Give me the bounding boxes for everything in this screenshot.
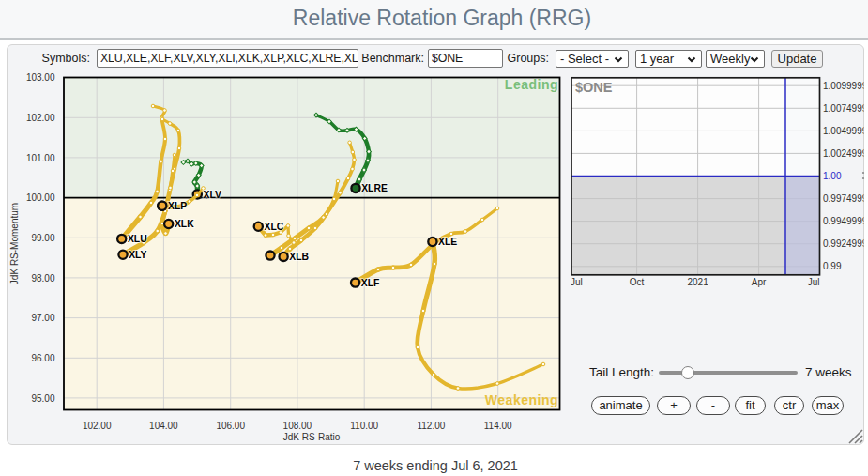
svg-text:XLE: XLE <box>438 237 457 247</box>
svg-text:106.00: 106.00 <box>216 421 245 431</box>
svg-text:2021: 2021 <box>687 277 708 287</box>
svg-text:1.0099999: 1.0099999 <box>823 81 868 91</box>
svg-text:98.00: 98.00 <box>31 273 54 284</box>
svg-text:XLY: XLY <box>129 250 146 260</box>
svg-text:XLF: XLF <box>361 278 380 288</box>
svg-text:95.00: 95.00 <box>31 393 54 404</box>
svg-text:114.00: 114.00 <box>484 421 512 431</box>
svg-text:XLRE: XLRE <box>361 183 388 193</box>
svg-text:102.00: 102.00 <box>26 113 55 123</box>
svg-text:104.00: 104.00 <box>149 421 178 431</box>
svg-text:101.00: 101.00 <box>26 153 55 163</box>
svg-text:97.00: 97.00 <box>31 313 54 323</box>
svg-text:XLP: XLP <box>168 201 187 211</box>
svg-text:1.00: 1.00 <box>823 171 842 181</box>
svg-text:1.0049999: 1.0049999 <box>823 126 868 136</box>
svg-text:0.9974999: 0.9974999 <box>823 193 868 204</box>
svg-text:99.00: 99.00 <box>31 233 54 243</box>
svg-text:1.0024999: 1.0024999 <box>823 148 868 159</box>
svg-text:XLB: XLB <box>289 252 309 262</box>
svg-text:0.99: 0.99 <box>823 261 842 271</box>
svg-text:Jul: Jul <box>808 277 820 287</box>
svg-text:110.00: 110.00 <box>350 421 378 431</box>
svg-text:103.00: 103.00 <box>26 72 55 83</box>
svg-text:$ONE: $ONE <box>575 80 613 95</box>
svg-text:0.9924999: 0.9924999 <box>823 238 868 249</box>
svg-text:108.00: 108.00 <box>283 421 312 431</box>
svg-text:0.9949999: 0.9949999 <box>823 216 868 226</box>
svg-text:XLC: XLC <box>265 222 284 232</box>
svg-text:100.00: 100.00 <box>26 192 55 203</box>
svg-text:102.00: 102.00 <box>83 421 112 431</box>
svg-text:Leading: Leading <box>505 77 558 92</box>
svg-text:96.00: 96.00 <box>31 353 54 363</box>
svg-text:XLU: XLU <box>128 234 147 244</box>
svg-text:Oct: Oct <box>630 277 645 287</box>
svg-text:1.0074999: 1.0074999 <box>823 103 868 114</box>
svg-text:112.00: 112.00 <box>417 421 445 431</box>
svg-text:XLK: XLK <box>175 219 194 229</box>
svg-text:Apr: Apr <box>752 277 767 287</box>
svg-text:JdK RS-Momentum: JdK RS-Momentum <box>9 203 20 284</box>
svg-text:Jul: Jul <box>571 277 583 287</box>
svg-text:XLV: XLV <box>204 190 222 200</box>
svg-text:Weakening: Weakening <box>485 392 558 407</box>
svg-text:JdK RS-Ratio: JdK RS-Ratio <box>283 432 341 442</box>
